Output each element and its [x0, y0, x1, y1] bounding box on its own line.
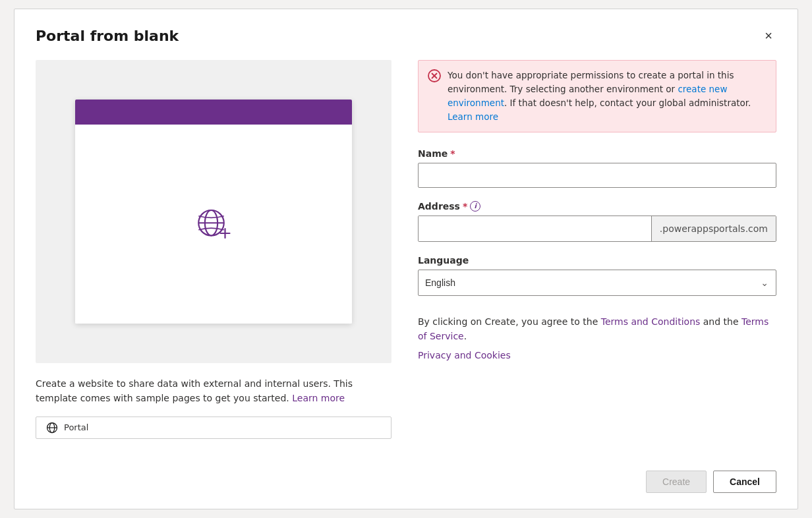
dialog-header: Portal from blank × [36, 28, 776, 44]
preview-box [36, 60, 392, 363]
preview-window-body [75, 125, 352, 324]
create-button[interactable]: Create [646, 471, 707, 493]
error-banner: You don't have appropriate permissions t… [418, 60, 776, 132]
error-icon [428, 69, 441, 124]
preview-window [75, 100, 352, 324]
language-select[interactable]: English French Spanish German Japanese C… [418, 270, 776, 296]
error-text: You don't have appropriate permissions t… [448, 69, 767, 124]
portal-badge: Portal [36, 417, 392, 439]
dialog-title: Portal from blank [36, 28, 179, 44]
address-field-row: .powerappsportals.com [418, 216, 776, 242]
dialog-body: Create a website to share data with exte… [36, 60, 776, 455]
address-required: * [463, 201, 467, 212]
error-learn-more-link[interactable]: Learn more [448, 111, 498, 122]
language-field-group: Language English French Spanish German J… [418, 255, 776, 296]
learn-more-link[interactable]: Learn more [292, 393, 345, 403]
address-info-icon[interactable]: i [470, 201, 480, 212]
close-button[interactable]: × [761, 28, 776, 43]
address-field-group: Address * i .powerappsportals.com [418, 201, 776, 242]
privacy-cookies-link[interactable]: Privacy and Cookies [418, 350, 776, 360]
language-select-wrapper: English French Spanish German Japanese C… [418, 270, 776, 296]
portal-from-blank-dialog: Portal from blank × [14, 9, 798, 509]
globe-plus-icon [190, 201, 237, 247]
agreement-text: By clicking on Create, you agree to the … [418, 314, 776, 344]
name-field-group: Name * [418, 148, 776, 188]
name-label: Name * [418, 148, 776, 159]
name-required: * [450, 148, 455, 159]
name-input[interactable] [418, 163, 776, 188]
language-label: Language [418, 255, 776, 266]
preview-window-bar [75, 100, 352, 125]
terms-conditions-link[interactable]: Terms and Conditions [601, 316, 701, 327]
right-panel: You don't have appropriate permissions t… [418, 60, 776, 455]
dialog-footer: Create Cancel [36, 455, 776, 493]
address-input[interactable] [419, 216, 651, 241]
cancel-button[interactable]: Cancel [713, 471, 776, 493]
portal-badge-icon [45, 421, 59, 434]
portal-badge-label: Portal [64, 422, 88, 432]
address-label: Address * i [418, 201, 776, 212]
address-suffix: .powerappsportals.com [651, 216, 776, 241]
left-panel: Create a website to share data with exte… [36, 60, 392, 455]
template-description: Create a website to share data with exte… [36, 376, 392, 406]
